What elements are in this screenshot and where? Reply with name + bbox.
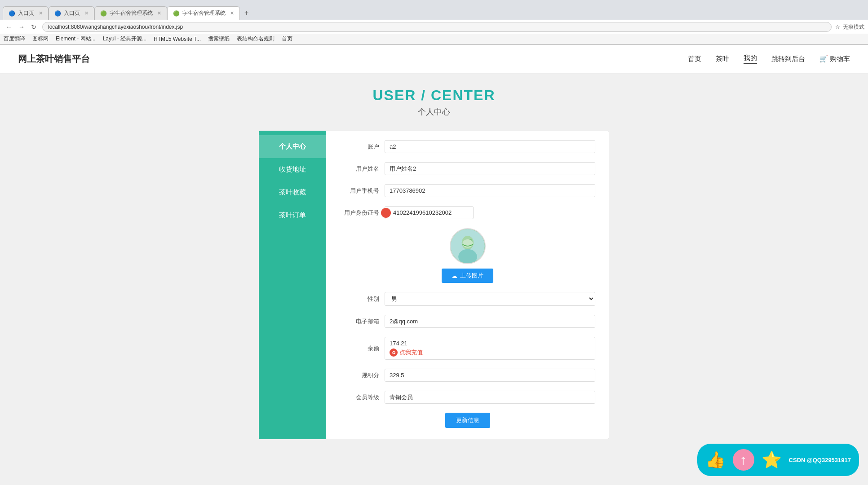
forward-button[interactable]: →	[16, 22, 27, 31]
nav-backend[interactable]: 跳转到后台	[771, 55, 805, 63]
main-content: 个人中心 收货地址 茶叶收藏 茶叶订单 账户 用户姓名 用户手机号 用户身份证号	[259, 131, 609, 439]
label-level: 会员等级	[340, 393, 385, 401]
form-row-email: 电子邮箱	[340, 315, 595, 328]
form-row-balance: 余额 174.21 ♻ 点我充值	[340, 337, 595, 360]
label-account: 账户	[340, 143, 385, 151]
avatar-image	[450, 228, 486, 264]
browser-chrome: 🔵 入口页 ✕ 🔵 入口页 ✕ 🟢 字生宿舍管理系统 ✕ 🟢 字生宿舍管理系统 …	[0, 0, 868, 45]
upload-icon: ☁	[452, 273, 457, 279]
tab-2-close[interactable]: ✕	[84, 10, 89, 16]
app-logo: 网上茶叶销售平台	[18, 53, 688, 65]
form-row-account: 账户	[340, 140, 595, 153]
nav-buttons: ← → ↻	[4, 22, 39, 31]
hero-title: USER / CENTER	[0, 87, 868, 104]
sidebar-item-favorites[interactable]: 茶叶收藏	[259, 181, 326, 204]
input-points[interactable]	[385, 369, 595, 382]
upload-label: 上传图片	[460, 272, 483, 280]
form-row-username: 用户姓名	[340, 162, 595, 175]
label-username: 用户姓名	[340, 165, 385, 173]
form-row-level: 会员等级	[340, 391, 595, 404]
tab-4[interactable]: 🟢 字生宿舍管理系统 ✕	[167, 6, 240, 20]
tab-3-title: 字生宿舍管理系统	[110, 9, 153, 17]
star-icon[interactable]: ☆	[835, 24, 840, 30]
svg-point-5	[462, 239, 473, 248]
tab-1-close[interactable]: ✕	[39, 10, 43, 16]
bookmark-baidu-translate[interactable]: 百度翻译	[4, 35, 25, 43]
tab-3[interactable]: 🟢 字生宿舍管理系统 ✕	[94, 6, 167, 20]
label-phone: 用户手机号	[340, 187, 385, 195]
csdn-watermark: 👍 ↑ ⭐ CSDN @QQ329531917	[697, 444, 859, 457]
nav-cart[interactable]: 🛒 购物车	[819, 55, 850, 63]
tab-2-favicon: 🔵	[54, 10, 61, 17]
nav-tea[interactable]: 茶叶	[716, 55, 729, 63]
csdn-star-icon[interactable]: ⭐	[762, 450, 782, 457]
nav-mine[interactable]: 我的	[744, 54, 757, 64]
hero-subtitle: 个人中心	[0, 106, 868, 117]
recharge-icon: ♻	[390, 348, 398, 357]
bookmark-icons[interactable]: 图标网	[32, 35, 49, 43]
sidebar-item-personal-center[interactable]: 个人中心	[259, 135, 326, 158]
input-email[interactable]	[385, 315, 595, 328]
tab-bar: 🔵 入口页 ✕ 🔵 入口页 ✕ 🟢 字生宿舍管理系统 ✕ 🟢 字生宿舍管理系统 …	[0, 4, 868, 20]
label-balance: 余额	[340, 344, 385, 353]
bookmark-html5[interactable]: HTML5 Website T...	[154, 36, 201, 42]
select-gender[interactable]: 男 女	[385, 292, 595, 306]
tab-add-button[interactable]: +	[240, 6, 253, 20]
tab-4-title: 字生宿舍管理系统	[182, 9, 226, 17]
recharge-link[interactable]: ♻ 点我充值	[390, 348, 590, 357]
tab-4-close[interactable]: ✕	[230, 10, 234, 16]
bookmark-table-naming[interactable]: 表结构命名规则	[237, 35, 275, 43]
idcard-cursor-container	[385, 206, 595, 219]
svg-point-2	[458, 249, 477, 264]
balance-section: 174.21 ♻ 点我充值	[385, 337, 595, 360]
upload-image-button[interactable]: ☁ 上传图片	[442, 269, 493, 283]
cursor-indicator-dot	[381, 208, 391, 218]
app-nav: 首页 茶叶 我的 跳转到后台 🛒 购物车	[688, 54, 850, 64]
tab-1-favicon: 🔵	[9, 10, 15, 17]
bookmark-home[interactable]: 首页	[282, 35, 292, 43]
balance-value: 174.21	[390, 340, 590, 347]
nav-home[interactable]: 首页	[688, 55, 701, 63]
address-bar: ← → ↻ ☆ 无痕模式	[0, 20, 868, 34]
label-gender: 性别	[340, 295, 385, 303]
input-level[interactable]	[385, 391, 595, 404]
window-controls	[0, 0, 868, 4]
input-username[interactable]	[385, 162, 595, 175]
form-row-gender: 性别 男 女	[340, 292, 595, 306]
bookmark-element[interactable]: Element - 网站...	[56, 35, 96, 43]
bookmark-wallpaper[interactable]: 搜索壁纸	[208, 35, 230, 43]
form-row-idcard: 用户身份证号	[340, 206, 595, 219]
sidebar-item-address[interactable]: 收货地址	[259, 158, 326, 181]
tab-2-title: 入口页	[64, 9, 80, 17]
form-panel: 账户 用户姓名 用户手机号 用户身份证号	[326, 131, 609, 439]
tab-1-title: 入口页	[18, 9, 34, 17]
recharge-text: 点我充值	[399, 348, 423, 357]
url-input[interactable]	[42, 22, 832, 32]
tab-3-favicon: 🟢	[100, 10, 107, 17]
bookmark-layui[interactable]: Layui - 经典开源...	[103, 35, 146, 43]
csdn-text: CSDN @QQ329531917	[789, 457, 851, 458]
browser-actions: ☆ 无痕模式	[835, 23, 864, 31]
incognito-label: 无痕模式	[843, 23, 864, 31]
tab-1[interactable]: 🔵 入口页 ✕	[3, 6, 49, 20]
input-idcard[interactable]	[385, 206, 474, 219]
sidebar: 个人中心 收货地址 茶叶收藏 茶叶订单	[259, 131, 326, 439]
avatar-section: ☁ 上传图片	[340, 228, 595, 283]
form-row-points: 规积分	[340, 369, 595, 382]
update-info-button[interactable]: 更新信息	[445, 413, 490, 428]
csdn-upload-icon[interactable]: ↑	[733, 449, 754, 457]
csdn-thumbup-icon[interactable]: 👍	[705, 450, 726, 457]
sidebar-item-orders[interactable]: 茶叶订单	[259, 204, 326, 227]
input-phone[interactable]	[385, 184, 595, 197]
form-actions: 更新信息	[340, 413, 595, 428]
label-email: 电子邮箱	[340, 317, 385, 326]
page-hero: USER / CENTER 个人中心	[0, 74, 868, 122]
back-button[interactable]: ←	[4, 22, 14, 31]
label-idcard: 用户身份证号	[340, 209, 385, 217]
input-account[interactable]	[385, 140, 595, 153]
refresh-button[interactable]: ↻	[29, 22, 39, 31]
tab-3-close[interactable]: ✕	[157, 10, 161, 16]
tab-2[interactable]: 🔵 入口页 ✕	[49, 6, 94, 20]
form-row-phone: 用户手机号	[340, 184, 595, 197]
label-points: 规积分	[340, 371, 385, 379]
